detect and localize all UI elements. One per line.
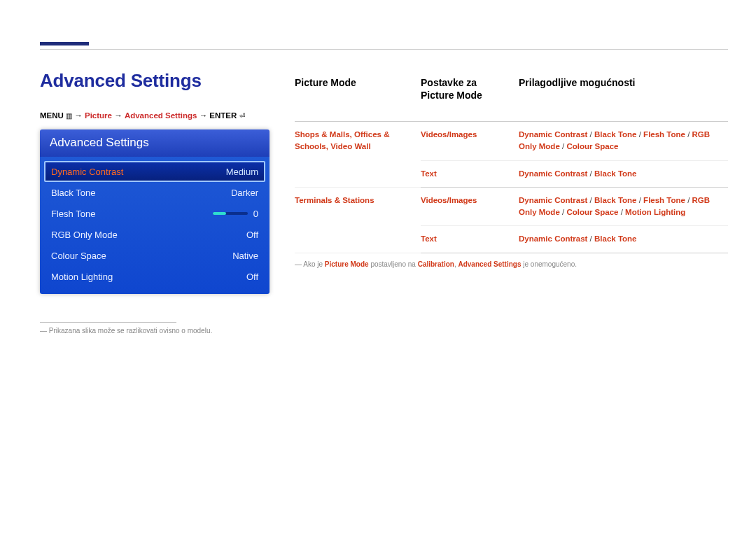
osd-body: Dynamic Contrast Medium Black Tone Darke…: [40, 157, 270, 294]
osd-label: Dynamic Contrast: [51, 167, 123, 177]
menu-icon: ▥: [66, 112, 72, 120]
cell-options: Dynamic Contrast / Black Tone / Flesh To…: [519, 187, 728, 226]
right-column: Picture Mode Postavke za Picture Mode Pr…: [295, 70, 728, 268]
cell-options: Dynamic Contrast / Black Tone / Flesh To…: [519, 122, 728, 161]
osd-title: Advanced Settings: [40, 129, 270, 157]
cell-picture-mode: Shops & Malls, Offices & Schools, Video …: [295, 122, 421, 188]
footnote-rule: [40, 322, 176, 323]
osd-value: 0: [253, 209, 258, 219]
table-note: ― Ako je Picture Mode postavljeno na Cal…: [295, 260, 728, 268]
osd-label: Black Tone: [51, 188, 95, 198]
footnote: Prikazana slika može se razlikovati ovis…: [40, 327, 270, 335]
osd-label: Flesh Tone: [51, 209, 95, 219]
cell-options: Dynamic Contrast / Black Tone: [519, 160, 728, 187]
breadcrumb-advanced: Advanced Settings: [125, 111, 197, 120]
osd-value: Off: [246, 230, 258, 240]
th-prilagodljive: Prilagodljive mogućnosti: [519, 73, 728, 122]
section-title: Advanced Settings: [40, 70, 270, 92]
table-row: Shops & Malls, Offices & Schools, Video …: [295, 122, 728, 161]
osd-row-rgb-only[interactable]: RGB Only Mode Off: [44, 224, 265, 245]
cell-options: Dynamic Contrast / Black Tone: [519, 226, 728, 253]
osd-value: Off: [246, 272, 258, 282]
options-table: Picture Mode Postavke za Picture Mode Pr…: [295, 73, 728, 253]
cell-sub: Videos/Images: [421, 187, 519, 226]
left-column: Advanced Settings MENU ▥ → Picture → Adv…: [40, 70, 270, 335]
breadcrumb-enter: ENTER: [209, 111, 237, 120]
breadcrumb: MENU ▥ → Picture → Advanced Settings → E…: [40, 111, 270, 120]
osd-label: RGB Only Mode: [51, 230, 118, 240]
osd-value: Native: [232, 251, 258, 261]
page-rule: [40, 49, 728, 50]
breadcrumb-picture: Picture: [85, 111, 112, 120]
table-row: Terminals & Stations Videos/Images Dynam…: [295, 187, 728, 226]
breadcrumb-menu: MENU: [40, 111, 64, 120]
enter-icon: ⏎: [239, 112, 245, 120]
cell-picture-mode: Terminals & Stations: [295, 187, 421, 253]
page-content: Advanced Settings MENU ▥ → Picture → Adv…: [40, 70, 728, 335]
page-accent-bar: [40, 42, 89, 45]
osd-value: Darker: [231, 188, 258, 198]
cell-sub: Videos/Images: [421, 122, 519, 161]
cell-sub: Text: [421, 160, 519, 187]
osd-row-motion-lighting[interactable]: Motion Lighting Off: [44, 266, 265, 287]
osd-label: Colour Space: [51, 251, 106, 261]
osd-row-dynamic-contrast[interactable]: Dynamic Contrast Medium: [44, 161, 265, 182]
osd-row-flesh-tone[interactable]: Flesh Tone 0: [44, 203, 265, 224]
th-postavke: Postavke za Picture Mode: [421, 73, 519, 122]
osd-row-colour-space[interactable]: Colour Space Native: [44, 245, 265, 266]
cell-sub: Text: [421, 226, 519, 253]
th-picture-mode: Picture Mode: [295, 73, 421, 122]
osd-value: Medium: [226, 167, 258, 177]
flesh-tone-slider[interactable]: [213, 212, 248, 215]
osd-row-black-tone[interactable]: Black Tone Darker: [44, 182, 265, 203]
osd-panel: Advanced Settings Dynamic Contrast Mediu…: [40, 129, 270, 294]
osd-label: Motion Lighting: [51, 272, 113, 282]
